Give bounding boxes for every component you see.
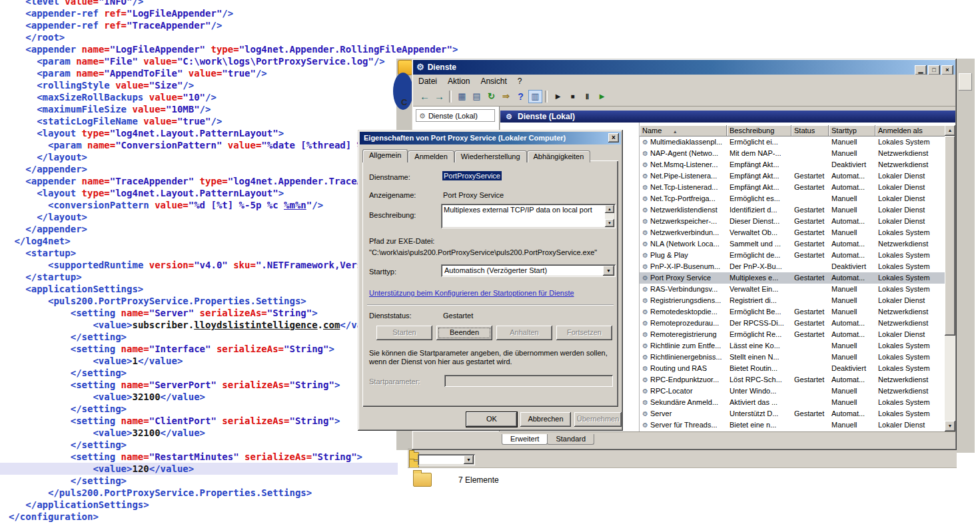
service-row[interactable]: ⚙Net.Msmq-Listener...Empfängt Akt...Deak… xyxy=(640,159,945,170)
service-row[interactable]: ⚙NetzwerklistendienstIdentifiziert d...G… xyxy=(640,204,945,216)
service-row[interactable]: ⚙Richtlinie zum Entfe...Lässt eine Ko...… xyxy=(640,340,945,352)
beschreibung-field[interactable]: Multiplexes external TCP/IP data on loca… xyxy=(441,204,616,228)
export-list-icon[interactable]: ⇒ xyxy=(499,90,513,103)
field-scrollbar[interactable]: ▲ ▼ xyxy=(605,205,614,227)
stop-service-icon[interactable]: ■ xyxy=(566,90,580,103)
service-row[interactable]: ⚙Port Proxy ServiceMultiplexes e...Gesta… xyxy=(640,272,945,284)
scroll-down-icon[interactable]: ▼ xyxy=(605,219,614,227)
view-tab-standard[interactable]: Standard xyxy=(547,434,594,445)
explorer-toolbar-strip: ▼ xyxy=(408,449,957,468)
service-row[interactable]: ⚙Routing und RASBietet Routin...Deaktivi… xyxy=(640,363,945,374)
back-icon[interactable]: ← xyxy=(418,90,432,103)
scroll-up-icon[interactable]: ▲ xyxy=(945,125,955,136)
service-row[interactable]: ⚙Plug & PlayErmöglicht de...GestartetAut… xyxy=(640,250,945,261)
minimize-button[interactable]: ▁ xyxy=(915,65,927,75)
cell-name: ⚙Netzwerklistendienst xyxy=(640,204,727,216)
service-row[interactable]: ⚙Netzwerkverbindun...Verwaltet Ob...Gest… xyxy=(640,227,945,238)
service-row[interactable]: ⚙Net.Tcp-Portfreiga...Ermöglicht es...Ma… xyxy=(640,193,945,204)
service-row[interactable]: ⚙Netzwerkspeicher-...Dieser Dienst...Ges… xyxy=(640,216,945,227)
sort-asc-icon: ▴ xyxy=(674,129,676,134)
dialog-titlebar[interactable]: Eigenschaften von Port Proxy Service (Lo… xyxy=(360,132,621,144)
chevron-down-icon[interactable]: ▼ xyxy=(464,455,474,464)
start-service-icon[interactable]: ▶ xyxy=(551,90,565,103)
dialog-tab-allgemein[interactable]: Allgemein xyxy=(362,149,408,162)
menu-item-aktion[interactable]: Aktion xyxy=(442,75,475,88)
service-row[interactable]: ⚙RAS-Verbindungsv...Verwaltet Ein...Manu… xyxy=(640,284,945,295)
service-row[interactable]: ⚙Multimediaklassenpl...Ermöglicht ei...M… xyxy=(640,136,945,148)
background-scrollbar[interactable] xyxy=(957,59,975,453)
menu-item-hilfe[interactable]: ? xyxy=(512,75,528,88)
menu-item-ansicht[interactable]: Ansicht xyxy=(475,75,512,88)
column-header-name[interactable]: Name▴ xyxy=(640,125,727,136)
show-tree-icon[interactable]: ▦ xyxy=(455,90,469,103)
pane-header-label: Dienste (Lokal) xyxy=(518,112,575,121)
filename-combobox[interactable]: ▼ xyxy=(418,454,475,465)
scrollbar-thumb[interactable] xyxy=(945,136,955,336)
list-scrollbar[interactable]: ▲ ▼ xyxy=(945,125,955,431)
forward-icon[interactable]: → xyxy=(432,90,446,103)
cell-name: ⚙Registrierungsdiens... xyxy=(640,295,727,306)
service-row[interactable]: ⚙PnP-X-IP-Busenum...Der PnP-X-Bu...Deakt… xyxy=(640,261,945,272)
service-row[interactable]: ⚙NAP-Agent (Netwo...Mit dem NAP-...Manue… xyxy=(640,148,945,159)
cell-name: ⚙Net.Pipe-Listenera... xyxy=(640,170,727,182)
close-icon[interactable]: × xyxy=(608,133,619,142)
service-row[interactable]: ⚙Remotedesktopdie...Ermöglicht Be...Gest… xyxy=(640,306,945,318)
cell-beschreibung: Sammelt und ... xyxy=(727,238,791,250)
service-row[interactable]: ⚙RPC-LocatorUnter Windo...ManuellNetzwer… xyxy=(640,386,945,397)
properties-icon[interactable]: ▥ xyxy=(528,90,542,103)
cell-beschreibung: Lässt eine Ko... xyxy=(727,340,791,352)
service-row[interactable]: ⚙Remoteprozedurau...Der RPCSS-Di...Gesta… xyxy=(640,318,945,329)
dialog-tab-abhängigkeiten[interactable]: Abhängigkeiten xyxy=(527,150,591,162)
scroll-down-icon[interactable]: ▼ xyxy=(945,421,955,431)
service-row[interactable]: ⚙Sekundäre Anmeld...Aktiviert das ...Man… xyxy=(640,397,945,408)
cell-status xyxy=(791,295,829,306)
code-line: </configuration> xyxy=(0,511,980,523)
starttyp-select[interactable]: Automatisch (Verzögerter Start) ▼ xyxy=(441,264,616,277)
beenden-button[interactable]: Beenden xyxy=(436,326,492,340)
service-row[interactable]: ⚙RemoteregistrierungErmöglicht Re...Gest… xyxy=(640,329,945,340)
view-tab-erweitert[interactable]: Erweitert xyxy=(502,434,548,445)
cell-status xyxy=(791,340,829,352)
list-view-icon[interactable]: ▤ xyxy=(470,90,484,103)
dienstname-value[interactable]: PortProxyService xyxy=(442,171,502,180)
service-row[interactable]: ⚙Server für Threads...Bietet eine n...Ma… xyxy=(640,419,945,431)
help-icon[interactable]: ? xyxy=(514,90,528,103)
ok-button[interactable]: OK xyxy=(466,412,517,427)
service-gear-icon: ⚙ xyxy=(642,206,648,214)
service-row[interactable]: ⚙Net.Tcp-Listenerad...Empfängt Akt...Ges… xyxy=(640,182,945,193)
tree-node-dienste-lokal[interactable]: ⚙Dienste (Lokal) xyxy=(416,109,495,122)
service-row[interactable]: ⚙NLA (Network Loca...Sammelt und ...Gest… xyxy=(640,238,945,250)
cell-beschreibung: Multiplexes e... xyxy=(727,272,791,284)
service-row[interactable]: ⚙RPC-Endpunktzuor...Löst RPC-Sch...Gesta… xyxy=(640,374,945,386)
cell-starttyp: Manuell xyxy=(829,295,875,306)
abbrechen-button[interactable]: Abbrechen xyxy=(520,412,571,427)
cell-beschreibung: Unter Windo... xyxy=(727,386,791,397)
cell-starttyp: Automat... xyxy=(829,329,875,340)
close-button[interactable]: × xyxy=(941,65,953,75)
startoptions-help-link[interactable]: Unterstützung beim Konfigurieren der Sta… xyxy=(369,289,574,297)
window-titlebar[interactable]: ⚙Dienste ▁□× xyxy=(413,60,955,75)
service-row[interactable]: ⚙Net.Pipe-Listenera...Empfängt Akt...Ges… xyxy=(640,170,945,182)
column-header-beschreibung[interactable]: Beschreibung xyxy=(727,125,791,136)
column-header-anmelden-als[interactable]: Anmelden als xyxy=(875,125,945,136)
restart-service-icon[interactable]: ▶ xyxy=(595,90,609,103)
dialog-tab-wiederherstellung[interactable]: Wiederherstellung xyxy=(454,150,527,162)
dialog-tab-anmelden[interactable]: Anmelden xyxy=(408,150,454,162)
cell-status: Gestartet xyxy=(791,408,829,419)
service-gear-icon: ⚙ xyxy=(642,195,648,202)
refresh-icon[interactable]: ↻ xyxy=(484,90,498,103)
scroll-up-icon[interactable]: ▲ xyxy=(605,205,614,213)
cell-anmelden-als: Netzwerkdienst xyxy=(875,386,945,397)
menu-item-datei[interactable]: Datei xyxy=(413,75,442,88)
column-header-status[interactable]: Status xyxy=(791,125,829,136)
service-row[interactable]: ⚙Richtlinienergebniss...Stellt einen N..… xyxy=(640,352,945,363)
cell-anmelden-als: Netzwerkdienst xyxy=(875,238,945,250)
service-row[interactable]: ⚙Registrierungsdiens...Registriert di...… xyxy=(640,295,945,306)
maximize-button[interactable]: □ xyxy=(928,65,940,75)
cell-anmelden-als: Netzwerkdienst xyxy=(875,148,945,159)
column-header-starttyp[interactable]: Starttyp xyxy=(829,125,875,136)
pause-service-icon[interactable]: Ⅱ xyxy=(580,90,594,103)
chevron-down-icon[interactable]: ▼ xyxy=(603,266,614,276)
service-row[interactable]: ⚙ServerUnterstützt D...GestartetAutomat.… xyxy=(640,408,945,419)
scrollbar-thumb[interactable] xyxy=(959,73,972,91)
